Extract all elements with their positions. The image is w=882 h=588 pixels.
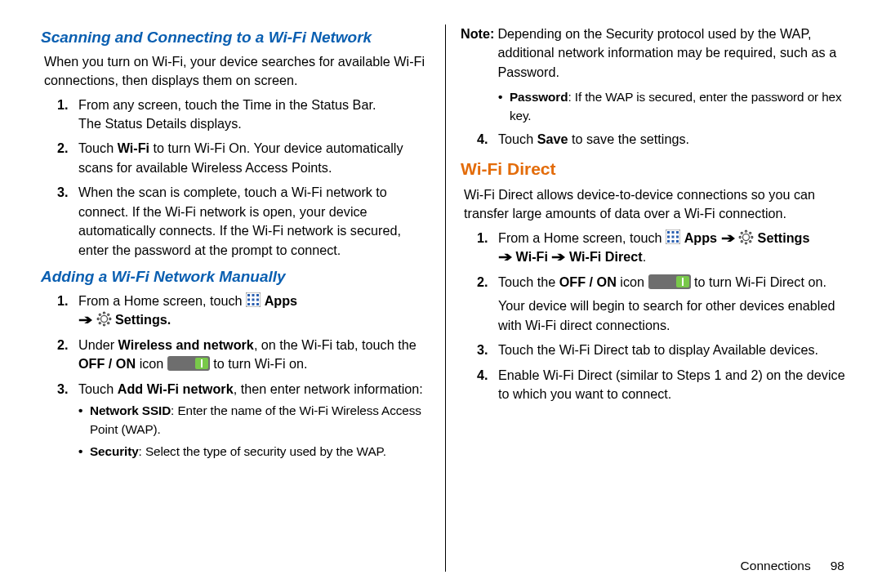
m2-b: Wireless and network xyxy=(118,337,254,352)
step-1-text-a: From any screen, touch the Time in the S… xyxy=(78,97,376,112)
dstep-4: 4. Enable Wi-Fi Direct (similar to Steps… xyxy=(461,366,849,404)
m1-apps-label: Apps xyxy=(265,293,297,308)
m1-a: From a Home screen, touch xyxy=(78,293,246,308)
sb-security: Security: Select the type of security us… xyxy=(78,443,430,461)
step-3-text: When the scan is complete, touch a Wi-Fi… xyxy=(78,185,401,256)
step-2: 2. Touch Wi-Fi to turn Wi-Fi On. Your de… xyxy=(41,139,430,177)
d2-d: to turn Wi-Fi Direct on. xyxy=(694,274,826,289)
d2-a: Touch the xyxy=(498,274,559,289)
d3-text: Touch the Wi-Fi Direct tab to display Av… xyxy=(498,342,818,357)
d1-a: From a Home screen, touch xyxy=(498,230,666,245)
d2-b: OFF / ON xyxy=(559,274,617,289)
apps-icon xyxy=(246,292,261,307)
d2-e: Your device will begin to search for oth… xyxy=(498,296,849,335)
heading-adding-manually: Adding a Wi-Fi Network Manually xyxy=(41,265,430,288)
d4-text: Enable Wi-Fi Direct (similar to Steps 1 … xyxy=(498,368,845,401)
settings-icon xyxy=(738,229,754,245)
s4-c: to save the settings. xyxy=(568,131,689,146)
dstep-3: 3. Touch the Wi-Fi Direct tab to display… xyxy=(461,341,849,359)
step-1-text-b: The Status Details displays. xyxy=(78,116,242,131)
step-2-a: Touch xyxy=(78,140,118,155)
page-footer: Connections98 xyxy=(741,559,844,573)
intro-wifi-direct: Wi-Fi Direct allows device-to-device con… xyxy=(464,185,849,224)
m2-d: OFF / ON xyxy=(78,356,136,371)
toggle-icon xyxy=(167,356,210,371)
step-1: 1. From any screen, touch the Time in th… xyxy=(41,96,430,134)
mstep-2: 2. Under Wireless and network, on the Wi… xyxy=(41,336,430,374)
right-column: Note: Depending on the Security protocol… xyxy=(445,24,849,572)
dstep-2: 2. Touch the OFF / ON icon to turn Wi-Fi… xyxy=(461,273,849,335)
note-label: Note: xyxy=(461,24,494,82)
note-body: Depending on the Security protocol used … xyxy=(497,24,849,82)
toggle-icon xyxy=(648,274,691,289)
d1-apps-label: Apps xyxy=(684,230,721,245)
m2-a: Under xyxy=(78,337,118,352)
step-save: 4. Touch Save to save the settings. xyxy=(461,130,849,149)
sub-bullets-password: Password: If the WAP is secured, enter t… xyxy=(498,88,849,124)
steps-scanning: 1. From any screen, touch the Time in th… xyxy=(41,96,430,261)
step-3: 3. When the scan is complete, touch a Wi… xyxy=(41,183,430,260)
m1-settings-label: Settings. xyxy=(115,312,171,327)
settings-icon xyxy=(96,311,112,327)
m2-c: , on the Wi-Fi tab, touch the xyxy=(254,337,416,352)
heading-wifi-direct: Wi-Fi Direct xyxy=(461,157,849,181)
s4-a: Touch xyxy=(498,131,537,146)
d1-settings-label: Settings xyxy=(758,230,810,245)
intro-paragraph: When you turn on Wi-Fi, your device sear… xyxy=(44,52,430,91)
arrow-icon: ➔ xyxy=(498,247,512,266)
arrow-icon: ➔ xyxy=(551,247,565,266)
sub-bullets-manual: Network SSID: Enter the name of the Wi-F… xyxy=(78,402,430,461)
arrow-icon: ➔ xyxy=(78,310,92,329)
d2-c: icon xyxy=(617,274,648,289)
m3-c: , then enter network information: xyxy=(234,381,423,396)
arrow-icon: ➔ xyxy=(721,229,735,247)
note-block: Note: Depending on the Security protocol… xyxy=(461,24,849,82)
steps-save: 4. Touch Save to save the settings. xyxy=(461,130,849,149)
m3-a: Touch xyxy=(78,381,118,396)
m2-e: icon xyxy=(136,356,167,371)
m2-f: to turn Wi-Fi on. xyxy=(213,356,307,371)
d1-wfd-label: Wi-Fi Direct xyxy=(569,249,643,264)
m3-b: Add Wi-Fi network xyxy=(118,381,234,396)
mstep-1: 1. From a Home screen, touch Apps ➔ Sett… xyxy=(41,292,430,330)
steps-manual: 1. From a Home screen, touch Apps ➔ Sett… xyxy=(41,292,430,461)
mstep-3: 3. Touch Add Wi-Fi network, then enter n… xyxy=(41,380,430,461)
page-number: 98 xyxy=(831,559,844,572)
apps-icon xyxy=(666,229,680,244)
heading-scanning: Scanning and Connecting to a Wi-Fi Netwo… xyxy=(41,26,430,49)
s4-b: Save xyxy=(537,131,568,146)
steps-wifi-direct: 1. From a Home screen, touch Apps ➔ Sett… xyxy=(461,229,849,404)
sb-ssid: Network SSID: Enter the name of the Wi-F… xyxy=(78,402,430,438)
dstep-1: 1. From a Home screen, touch Apps ➔ Sett… xyxy=(461,229,849,267)
d1-wifi-label: Wi-Fi xyxy=(516,249,552,264)
sb-password: Password: If the WAP is secured, enter t… xyxy=(498,88,849,124)
left-column: Scanning and Connecting to a Wi-Fi Netwo… xyxy=(41,24,445,572)
step-2-wifi: Wi-Fi xyxy=(118,140,149,155)
section-label: Connections xyxy=(741,559,811,572)
